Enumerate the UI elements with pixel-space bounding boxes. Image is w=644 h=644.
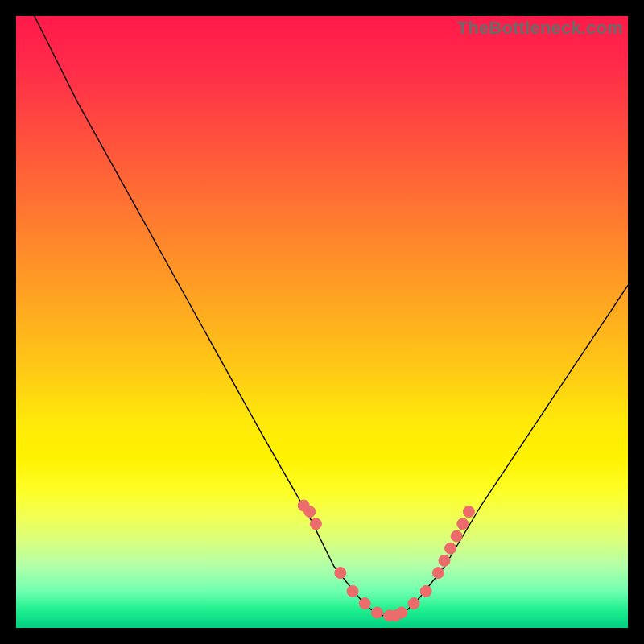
marker-point xyxy=(457,518,469,530)
marker-point xyxy=(463,506,474,518)
marker-point xyxy=(439,555,450,566)
marker-point xyxy=(408,598,419,609)
marker-point xyxy=(335,568,346,579)
marker-point xyxy=(347,585,358,597)
plot-area: TheBottleneck.com xyxy=(16,16,628,628)
marker-point xyxy=(451,530,462,542)
marker-group xyxy=(298,500,474,621)
marker-point xyxy=(432,568,444,579)
marker-point xyxy=(304,506,316,518)
marker-point xyxy=(310,518,321,530)
chart-overlay xyxy=(16,16,628,628)
marker-point xyxy=(445,543,456,554)
marker-point xyxy=(371,607,382,618)
chart-container: TheBottleneck.com xyxy=(0,0,644,644)
marker-point xyxy=(359,598,370,609)
marker-point xyxy=(420,585,431,597)
bottleneck-curve xyxy=(35,16,628,616)
marker-point xyxy=(396,607,407,618)
